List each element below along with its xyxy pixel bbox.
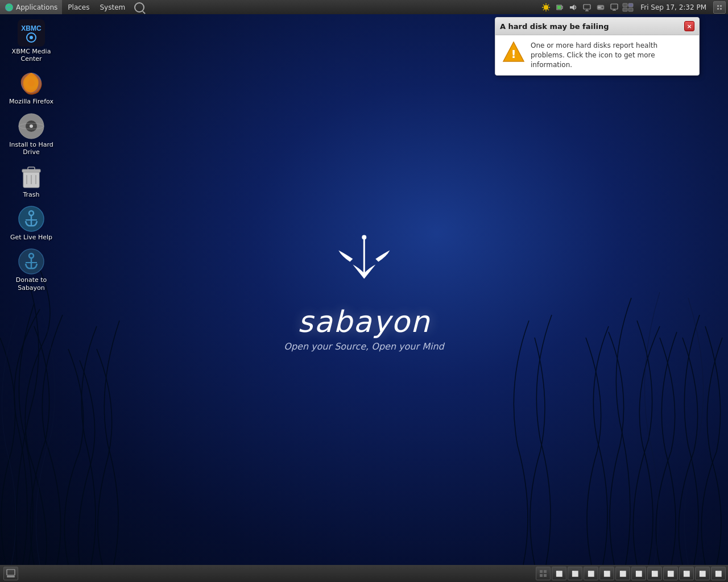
panel-left: Applications Places System [0,0,540,14]
bottom-panel: ⬜ ⬜ ⬜ ⬜ ⬜ ⬜ ⬜ ⬜ ⬜ ⬜ ⬜ [0,565,728,582]
search-icon[interactable] [134,2,144,13]
svg-rect-65 [544,570,547,573]
svg-point-6 [544,5,548,10]
bottom-tray-2[interactable]: ⬜ [552,567,566,580]
network-icon[interactable] [581,2,593,13]
desktop-icons: XBMC XBMC Media Center Mozilla Firef [6,17,57,294]
svg-rect-62 [7,569,15,575]
bottom-tray-3[interactable]: ⬜ [568,567,582,580]
sabayon-logo: sabayon Open your Source, Open your Mind [284,231,444,352]
svg-line-13 [548,5,549,6]
bottom-tray-6[interactable]: ⬜ [615,567,630,580]
sabayon-tagline: Open your Source, Open your Mind [284,341,444,352]
xbmc-icon-item[interactable]: XBMC XBMC Media Center [6,17,57,65]
svg-line-14 [543,9,544,10]
places-menu[interactable]: Places [63,0,94,14]
bottom-tray-8[interactable]: ⬜ [647,567,662,580]
power-icon[interactable] [554,2,565,13]
places-label: Places [68,3,89,11]
harddisk-icon[interactable] [595,2,606,13]
sabayon-bird-svg [330,231,398,299]
svg-rect-30 [717,5,719,7]
svg-rect-63 [7,576,15,577]
svg-line-12 [548,9,549,10]
install-label: Install to Hard Drive [8,141,55,156]
notification-close-button[interactable]: × [684,21,694,31]
svg-text:XBMC: XBMC [21,24,42,32]
install-icon-item[interactable]: Install to Hard Drive [6,110,57,158]
panel-end-button[interactable] [713,1,726,14]
bottom-tray-9[interactable]: ⬜ [663,567,678,580]
install-icon [18,113,45,140]
bottom-panel-left [0,567,18,580]
sabayon-brand-text: sabayon [297,305,430,339]
svg-rect-29 [628,8,633,11]
svg-rect-28 [623,8,627,11]
volume-icon[interactable] [568,2,579,13]
trash-icon [18,163,45,190]
bottom-tray-7[interactable]: ⬜ [631,567,646,580]
svg-point-1 [7,5,9,6]
svg-point-43 [30,124,33,128]
svg-marker-16 [570,5,574,10]
svg-rect-33 [720,8,722,10]
donate-icon-item[interactable]: Donate to Sabayon [6,246,57,293]
brightness-icon[interactable] [540,2,552,13]
xbmc-label: XBMC Media Center [8,48,55,63]
applications-icon [5,3,14,12]
bottom-tray-5[interactable]: ⬜ [599,567,614,580]
desktop: Applications Places System [0,0,728,582]
notification-header: A hard disk may be failing × [495,18,699,35]
top-panel: Applications Places System [0,0,728,14]
livehelp-icon-item[interactable]: Get Live Help [6,203,57,243]
firefox-icon [18,69,45,97]
svg-rect-64 [540,570,543,573]
svg-rect-47 [28,167,35,170]
donate-label: Donate to Sabayon [8,276,55,291]
applications-label: Applications [16,3,57,11]
svg-point-37 [30,36,33,39]
svg-line-11 [543,5,544,6]
firefox-label: Mozilla Firefox [9,98,53,105]
svg-point-2 [9,4,10,5]
disk-failure-notification: A hard disk may be failing × ! One or mo… [495,17,700,76]
livehelp-icon [18,205,45,232]
svg-rect-31 [720,5,722,7]
svg-point-0 [5,3,13,11]
bottom-panel-right: ⬜ ⬜ ⬜ ⬜ ⬜ ⬜ ⬜ ⬜ ⬜ ⬜ ⬜ [536,567,728,580]
workspace-icon[interactable] [622,2,634,13]
svg-rect-22 [598,7,601,8]
bottom-tray-11[interactable]: ⬜ [695,567,710,580]
firefox-icon-item[interactable]: Mozilla Firefox [6,67,57,107]
svg-rect-26 [623,3,627,7]
grass-decoration [0,224,728,565]
donate-icon [18,248,45,275]
xbmc-icon: XBMC [18,19,45,47]
system-label: System [100,3,125,11]
svg-rect-23 [611,4,618,9]
system-menu[interactable]: System [95,0,130,14]
applications-menu[interactable]: Applications [0,0,62,14]
display-icon[interactable] [609,2,620,13]
svg-point-59 [362,235,366,240]
trash-label: Trash [23,191,39,198]
trash-icon-item[interactable]: Trash [6,160,57,201]
show-desktop-button[interactable] [3,567,18,580]
svg-text:!: ! [511,47,516,61]
svg-point-21 [602,6,603,8]
notification-body: ! One or more hard disks report health p… [495,35,699,75]
bottom-tray-4[interactable]: ⬜ [584,567,598,580]
bottom-tray-1[interactable] [536,567,551,580]
bottom-tray-12[interactable]: ⬜ [711,567,726,580]
svg-rect-27 [628,3,633,7]
bottom-tray-10[interactable]: ⬜ [679,567,694,580]
svg-rect-32 [717,8,719,10]
svg-point-5 [8,8,9,9]
livehelp-label: Get Live Help [10,234,52,241]
panel-clock: Fri Sep 17, 2:32 PM [636,3,711,11]
svg-rect-17 [584,5,590,9]
svg-rect-66 [540,574,543,577]
notification-title: A hard disk may be failing [500,22,609,31]
panel-right: Fri Sep 17, 2:32 PM [540,1,728,14]
svg-rect-67 [544,574,547,577]
